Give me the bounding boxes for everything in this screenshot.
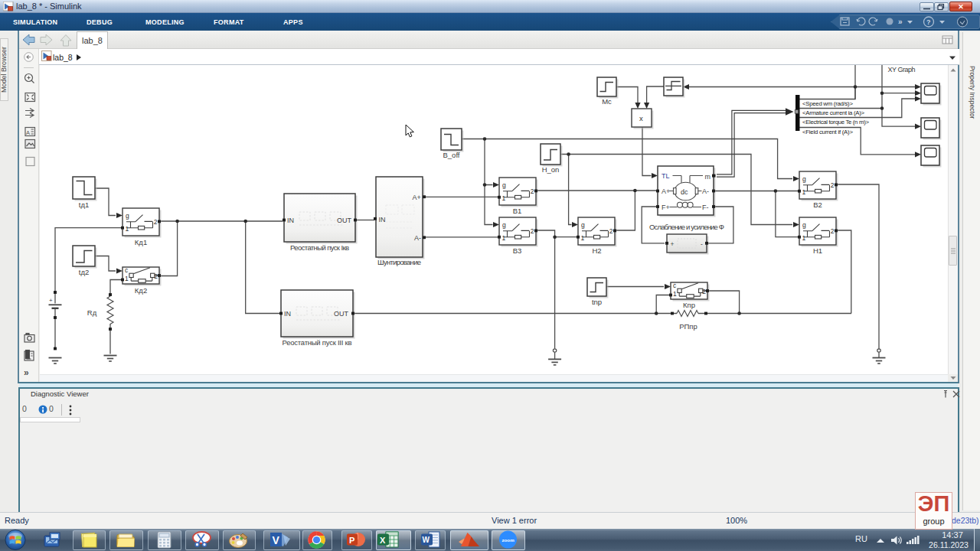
svg-text:B2: B2 (813, 201, 822, 209)
svg-text:tд2: tд2 (79, 268, 89, 276)
svg-text:F+: F+ (662, 204, 670, 211)
svg-text:РПпр: РПпр (679, 322, 697, 331)
svg-text:»: » (898, 18, 903, 26)
svg-text:B3: B3 (513, 246, 522, 255)
svg-text:A+: A+ (413, 194, 421, 201)
svg-text:XY Graph: XY Graph (888, 66, 916, 73)
svg-text:H1: H1 (813, 246, 822, 255)
svg-text:<Electrical torque Te (n m)>: <Electrical torque Te (n m)> (802, 119, 869, 126)
svg-text:<Field current if (A)>: <Field current if (A)> (802, 129, 853, 135)
svg-text:OUT: OUT (337, 217, 352, 224)
svg-text:H2: H2 (592, 246, 601, 255)
svg-text:?: ? (926, 18, 931, 26)
svg-text:A+: A+ (662, 187, 670, 195)
svg-text:A-: A- (414, 234, 421, 242)
svg-text:Кд2: Кд2 (135, 286, 147, 295)
svg-text:<Armature current ia (A)>: <Armature current ia (A)> (802, 109, 864, 116)
svg-text:»: » (24, 367, 29, 378)
svg-text:<Speed wm (rad/s)>: <Speed wm (rad/s)> (802, 100, 853, 107)
svg-text:W: W (423, 536, 430, 544)
svg-text:Реостатный пуск III кв: Реостатный пуск III кв (283, 338, 352, 347)
svg-text:TL: TL (662, 172, 670, 180)
svg-text:Mc: Mc (602, 97, 612, 106)
svg-text:tд1: tд1 (79, 201, 89, 209)
svg-text:IN: IN (287, 217, 294, 224)
svg-text:Реостатный пуск Iкв: Реостатный пуск Iкв (290, 243, 349, 252)
svg-text:dc: dc (681, 188, 688, 196)
svg-text:+: + (671, 240, 675, 248)
svg-text:IN: IN (284, 310, 291, 318)
svg-text:IN: IN (379, 216, 386, 223)
svg-text:Кпр: Кпр (683, 301, 695, 309)
svg-text:Rд: Rд (87, 308, 97, 317)
svg-text:tnp: tnp (592, 298, 602, 306)
svg-text:B_off: B_off (443, 151, 459, 159)
svg-text:A: A (26, 129, 30, 136)
svg-text:X: X (380, 536, 386, 545)
svg-text:V: V (273, 534, 280, 546)
svg-text:m: m (705, 173, 711, 181)
svg-text:x: x (639, 114, 643, 122)
svg-text:Кд1: Кд1 (135, 238, 147, 246)
svg-text:Ослабление и усиление Ф: Ослабление и усиление Ф (649, 223, 724, 231)
svg-text:F-: F- (702, 204, 709, 211)
svg-text:B1: B1 (513, 207, 522, 215)
svg-text:-: - (701, 240, 703, 248)
svg-text:H_on: H_on (542, 165, 560, 174)
svg-text:zoom: zoom (502, 537, 515, 543)
svg-text:A-: A- (702, 187, 709, 195)
svg-text:OUT: OUT (334, 310, 349, 318)
svg-text:Шунтирование: Шунтирование (377, 258, 421, 266)
svg-text:+: + (49, 297, 53, 304)
svg-text:P: P (349, 536, 354, 545)
